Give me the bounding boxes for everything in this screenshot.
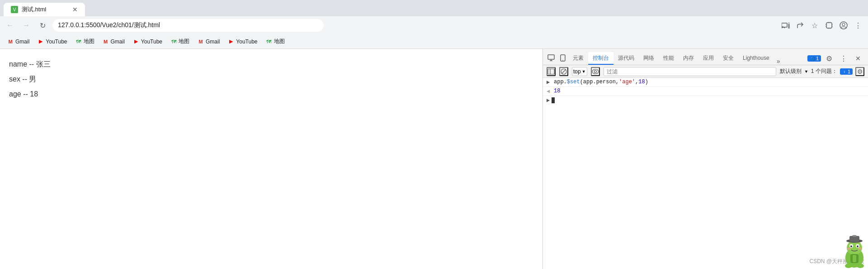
devtools-tab-security[interactable]: 安全 bbox=[718, 52, 738, 65]
svg-point-37 bbox=[857, 264, 864, 268]
svg-rect-8 bbox=[548, 55, 554, 59]
bookmark-youtube-1[interactable]: ▶ YouTube bbox=[34, 36, 71, 47]
bookmark-gmail-2[interactable]: M Gmail bbox=[99, 36, 128, 47]
devtools-tab-network[interactable]: 网络 bbox=[639, 52, 659, 65]
devtools-tab-lighthouse[interactable]: Lighthouse bbox=[738, 52, 774, 65]
menu-button[interactable]: ⋮ bbox=[852, 19, 864, 32]
tab-close-button[interactable]: ✕ bbox=[72, 6, 78, 13]
level-label: 默认级别 bbox=[780, 67, 802, 75]
level-dropdown-icon: ▼ bbox=[804, 69, 808, 74]
devtools-tab-performance[interactable]: 性能 bbox=[659, 52, 679, 65]
devtools-tab-elements[interactable]: 元素 bbox=[568, 52, 588, 65]
console-prompt: ▶ bbox=[547, 97, 550, 104]
bookmark-gmail-1[interactable]: M Gmail bbox=[4, 36, 33, 47]
youtube-favicon-3: ▶ bbox=[228, 38, 234, 45]
console-input-line[interactable]: ▶ bbox=[543, 96, 868, 105]
youtube-favicon-2: ▶ bbox=[133, 38, 139, 45]
bookmark-maps-2[interactable]: 🗺 地图 bbox=[167, 36, 193, 47]
maps-favicon-2: 🗺 bbox=[170, 38, 177, 45]
bookmark-label-youtube-2: YouTube bbox=[141, 38, 162, 45]
devtools-device-icon[interactable] bbox=[557, 52, 568, 65]
context-label: top bbox=[573, 68, 581, 75]
svg-point-30 bbox=[858, 248, 862, 250]
bookmark-label-gmail-3: Gmail bbox=[206, 38, 220, 45]
issues-toolbar-label: 1 个问题： bbox=[811, 67, 837, 75]
toolbar-right: ☆ ⋮ bbox=[779, 19, 864, 32]
bookmark-label-youtube-3: YouTube bbox=[236, 38, 257, 45]
page-line-2: sex -- 男 bbox=[9, 73, 533, 86]
browser-chrome: V 测试.html ✕ ← → ↻ ☆ ⋮ bbox=[0, 0, 868, 49]
page-line-1: name -- 张三 bbox=[9, 58, 533, 71]
console-expand-arrow-1[interactable]: ▶ bbox=[547, 79, 552, 86]
address-input[interactable] bbox=[52, 19, 324, 32]
share-button[interactable] bbox=[794, 19, 807, 32]
toolbar-issues-badge[interactable]: i 1 bbox=[840, 68, 853, 75]
devtools-eye-button[interactable] bbox=[591, 67, 600, 76]
devtools-console-output: ▶ app.$set(app.person,'age',18) ◀ 18 ▶ bbox=[543, 78, 868, 269]
devtools-tab-bar: 元素 控制台 源代码 网络 性能 内存 应用 安全 bbox=[543, 49, 868, 65]
gmail-favicon-3: M bbox=[198, 38, 204, 45]
svg-text:i: i bbox=[844, 70, 845, 74]
svg-point-28 bbox=[857, 245, 859, 247]
devtools-tab-console[interactable]: 控制台 bbox=[588, 52, 613, 65]
bookmarks-bar: M Gmail ▶ YouTube 🗺 地图 M Gmail ▶ YouTube… bbox=[0, 34, 868, 49]
devtools-tab-sources[interactable]: 源代码 bbox=[613, 52, 639, 65]
svg-point-33 bbox=[852, 235, 857, 237]
console-filter-input[interactable] bbox=[604, 67, 776, 76]
devtools-inspect-icon[interactable] bbox=[545, 52, 557, 65]
bookmark-label-maps-3: 地图 bbox=[274, 38, 285, 45]
issues-count: 1 bbox=[816, 56, 819, 61]
character-image bbox=[841, 233, 868, 269]
devtools-tab-application[interactable]: 应用 bbox=[698, 52, 718, 65]
svg-rect-5 bbox=[826, 23, 832, 28]
devtools-tab-more[interactable]: » bbox=[774, 58, 783, 65]
console-return-value: 18 bbox=[554, 88, 560, 94]
devtools-dock-button[interactable] bbox=[547, 67, 556, 76]
bookmark-button[interactable]: ☆ bbox=[808, 19, 821, 32]
gmail-favicon-1: M bbox=[7, 38, 14, 45]
devtools-tab-memory[interactable]: 内存 bbox=[679, 52, 698, 65]
youtube-favicon-1: ▶ bbox=[38, 38, 44, 45]
devtools-close-button[interactable]: ✕ bbox=[852, 52, 864, 65]
context-dropdown-icon: ▼ bbox=[582, 69, 586, 74]
context-selector[interactable]: top ▼ bbox=[572, 67, 587, 76]
svg-rect-35 bbox=[853, 255, 856, 262]
bookmark-gmail-3[interactable]: M Gmail bbox=[194, 36, 223, 47]
toolbar-issues-count: 1 bbox=[848, 69, 850, 74]
console-text-1: app.$set(app.person,'age',18) bbox=[554, 79, 648, 85]
bookmark-youtube-3[interactable]: ▶ YouTube bbox=[224, 36, 261, 47]
svg-text:V: V bbox=[13, 7, 16, 12]
issues-badge[interactable]: 🔵 1 bbox=[807, 55, 821, 62]
bookmark-label-youtube-1: YouTube bbox=[46, 38, 67, 45]
console-line-1: ▶ app.$set(app.person,'age',18) bbox=[543, 78, 868, 87]
bookmark-maps-3[interactable]: 🗺 地图 bbox=[262, 36, 288, 47]
extension-button[interactable] bbox=[823, 19, 835, 32]
bookmark-youtube-2[interactable]: ▶ YouTube bbox=[129, 36, 166, 47]
svg-point-19 bbox=[592, 69, 599, 74]
console-line-2: ◀ 18 bbox=[543, 87, 868, 96]
reload-button[interactable]: ↻ bbox=[36, 19, 49, 32]
devtools-clear-button[interactable] bbox=[559, 67, 568, 76]
cast-button[interactable] bbox=[779, 19, 792, 32]
svg-point-12 bbox=[562, 60, 563, 61]
bookmark-label-maps-1: 地图 bbox=[84, 38, 94, 45]
svg-point-7 bbox=[842, 23, 845, 26]
svg-point-20 bbox=[594, 70, 596, 72]
forward-button[interactable]: → bbox=[20, 19, 33, 32]
svg-point-36 bbox=[845, 264, 852, 268]
back-button[interactable]: ← bbox=[4, 19, 16, 32]
bookmark-maps-1[interactable]: 🗺 地图 bbox=[72, 36, 98, 47]
svg-point-29 bbox=[847, 248, 851, 250]
console-cursor bbox=[552, 97, 555, 103]
tab-title: 测试.html bbox=[22, 5, 69, 14]
svg-rect-4 bbox=[788, 24, 790, 29]
bookmark-label-gmail-2: Gmail bbox=[111, 38, 125, 45]
devtools-console-settings-button[interactable]: ⚙ bbox=[855, 67, 864, 76]
devtools-console-toolbar: top ▼ 默认级别 ▼ 1 个问题： i 1 ⚙ bbox=[543, 65, 868, 78]
devtools-more-button[interactable]: ⋮ bbox=[837, 52, 850, 65]
active-tab[interactable]: V 测试.html ✕ bbox=[4, 3, 85, 16]
tab-bar: V 测试.html ✕ bbox=[0, 0, 868, 16]
svg-point-26 bbox=[850, 245, 852, 247]
devtools-settings-button[interactable]: ⚙ bbox=[823, 52, 835, 65]
profile-button[interactable] bbox=[837, 19, 850, 32]
